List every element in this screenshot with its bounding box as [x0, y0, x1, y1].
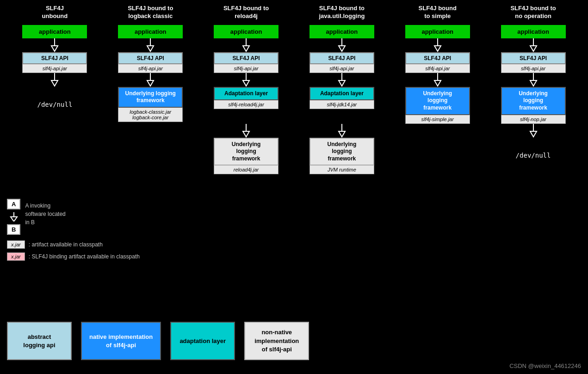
col3-arrow2	[204, 73, 288, 87]
col2-arrow3	[109, 124, 192, 138]
col6-slf4j: SLF4J API slf4j-api.jar	[492, 52, 575, 73]
svg-marker-15	[147, 80, 154, 86]
col2-slf4j: SLF4J API slf4j-api.jar	[109, 52, 192, 73]
svg-marker-21	[434, 80, 441, 86]
slf4j-api-3: SLF4J API	[214, 52, 279, 64]
svg-marker-27	[339, 131, 345, 137]
adaptation-jar-1: slf4j-reload4j.jar	[214, 100, 279, 109]
slf4j-jar-4: slf4j-api.jar	[309, 64, 374, 73]
legend-jar-gray: x.jar	[7, 240, 25, 249]
arrow-svg3-4	[337, 124, 347, 138]
legend-jar-pink-row: x.jar : SLF4J binding artifact available…	[7, 252, 140, 261]
arrow-row-2	[7, 73, 581, 87]
col6-arrow3	[492, 124, 575, 138]
arrow-svg3-3	[241, 124, 251, 138]
arrow-svg2-1	[50, 73, 59, 87]
app-box-5: application	[405, 25, 470, 38]
col6-arrow2	[492, 73, 575, 87]
col1-arrow3	[13, 124, 96, 138]
slf4j-jar-2: slf4j-api.jar	[118, 64, 183, 73]
underlying-jar-3: slf4j-nop.jar	[501, 115, 566, 124]
col1-level2: /dev/null	[13, 87, 96, 113]
col2-title: SLF4J bound tologback classic	[109, 5, 192, 20]
svg-marker-9	[434, 46, 441, 51]
col4-slf4j: SLF4J API slf4j-api.jar	[300, 52, 384, 73]
slf4j-api-5: SLF4J API	[405, 52, 470, 64]
col2-arrow2	[109, 73, 192, 87]
adaptation-1: Adaptation layer	[214, 87, 279, 101]
underlying-jar-jvm: JVM runtime	[309, 166, 374, 174]
arrow-svg2-3	[241, 73, 251, 87]
underlying-reload4j: Underlyingloggingframework	[214, 138, 279, 166]
slf4j-api-row: SLF4J API slf4j-api.jar SLF4J API slf4j-…	[7, 52, 581, 73]
arrow-svg-4	[337, 38, 347, 52]
app-box-4: application	[309, 25, 374, 38]
col6-level2: Underlyingloggingframework slf4j-nop.jar	[492, 87, 575, 124]
adaptation-jar-2: slf4j-jdk14.jar	[309, 100, 374, 109]
svg-marker-7	[339, 46, 345, 51]
col5: application	[396, 25, 479, 38]
col6-title: SLF4J bound tono operation	[492, 5, 575, 20]
col5-arrow2	[396, 73, 479, 87]
underlying-jar-2: slf4j-simple.jar	[405, 115, 470, 124]
col3-level2: Adaptation layer slf4j-reload4j.jar	[204, 87, 288, 110]
arrow-svg3-6	[529, 124, 538, 138]
col4-level3: Underlyingloggingframework JVM runtime	[300, 138, 384, 175]
underlying-jar-reload4j: reload4j.jar	[214, 166, 279, 174]
underlying-jvm: Underlyingloggingframework	[309, 138, 374, 166]
arrow-svg-6	[529, 38, 538, 52]
slf4j-jar-6: slf4j-api.jar	[501, 64, 566, 73]
col5-arrow1	[396, 38, 479, 52]
col4-arrow2	[300, 73, 384, 87]
app-box-3: application	[214, 25, 279, 38]
main-container: SLF4Junbound SLF4J bound tologback class…	[0, 0, 588, 179]
bl-nonnative: non-nativeimplementationof slf4j-api	[244, 322, 309, 360]
bottom-legend: abstractlogging api native implementatio…	[7, 322, 309, 360]
col6-level3: /dev/null	[492, 138, 575, 164]
level3-row: Underlyingloggingframework reload4j.jar …	[7, 138, 581, 175]
arrow-svg-1	[50, 38, 59, 52]
svg-marker-13	[51, 80, 58, 86]
col1-arrow2	[13, 73, 96, 87]
underlying-jar-1: logback-classic.jarlogback-core.jar	[118, 108, 183, 122]
arrow-svg2-2	[146, 73, 155, 87]
col3-arrow1	[204, 38, 288, 52]
ab-boxes: A B	[7, 199, 20, 235]
svg-marker-5	[243, 46, 249, 51]
arrow-svg2-6	[529, 73, 538, 87]
svg-marker-23	[530, 80, 537, 86]
devnull-1: /dev/null	[37, 101, 72, 108]
underlying-2: Underlyingloggingframework	[405, 87, 470, 115]
col1: application	[13, 25, 96, 38]
svg-marker-25	[243, 131, 249, 137]
app-box-6: application	[501, 25, 566, 38]
col4-arrow3	[300, 124, 384, 138]
ab-legend: A B A invokingsoftware locatedin B	[7, 199, 140, 235]
col3: application	[204, 25, 288, 38]
col5-title: SLF4J boundto simple	[396, 5, 479, 20]
box-a: A	[7, 199, 20, 209]
bl-adaptation: adaptation layer	[170, 322, 235, 360]
bl-abstract: abstractlogging api	[7, 322, 72, 360]
slf4j-jar-3: slf4j-api.jar	[214, 64, 279, 73]
arrow-svg-5	[433, 38, 442, 52]
col4-level2: Adaptation layer slf4j-jdk14.jar	[300, 87, 384, 110]
columns-header: SLF4Junbound SLF4J bound tologback class…	[7, 5, 581, 20]
app-box-2: application	[118, 25, 183, 38]
underlying-1: Underlying loggingframework	[118, 87, 183, 108]
csdn-credit: CSDN @weixin_44612246	[509, 362, 581, 369]
adaptation-2: Adaptation layer	[309, 87, 374, 101]
box-b: B	[7, 224, 20, 235]
svg-marker-17	[243, 80, 249, 86]
underlying-3: Underlyingloggingframework	[501, 87, 566, 115]
col3-level3: Underlyingloggingframework reload4j.jar	[204, 138, 288, 175]
col5-level2: Underlyingloggingframework slf4j-simple.…	[396, 87, 479, 124]
slf4j-api-4: SLF4J API	[309, 52, 374, 64]
app-row: application application application appl…	[7, 25, 581, 38]
col4: application	[300, 25, 384, 38]
col3-slf4j: SLF4J API slf4j-api.jar	[204, 52, 288, 73]
slf4j-api-2: SLF4J API	[118, 52, 183, 64]
level2-row: /dev/null Underlying loggingframework lo…	[7, 87, 581, 124]
arrow-svg2-5	[433, 73, 442, 87]
legend-jar-pink: x.jar	[7, 252, 25, 261]
